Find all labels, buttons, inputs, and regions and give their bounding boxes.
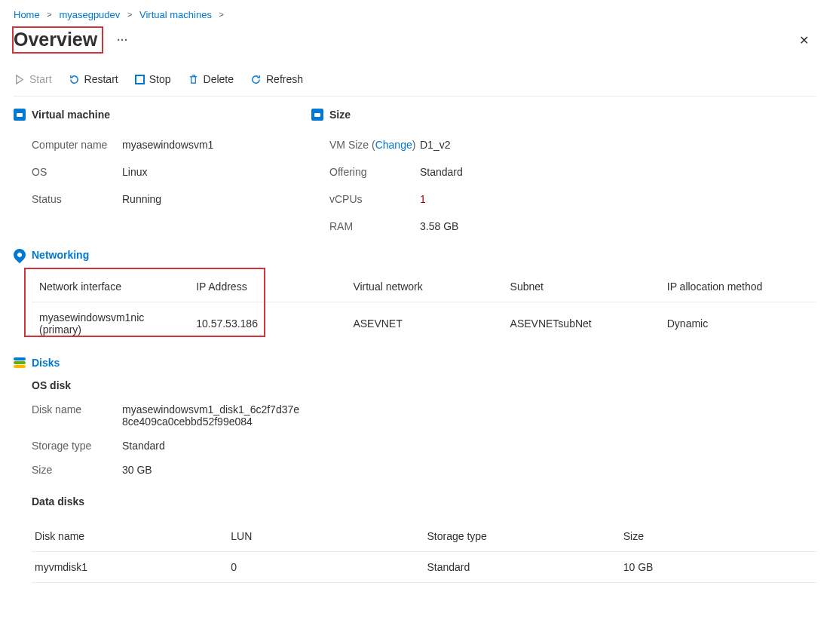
delete-button[interactable]: Delete: [188, 73, 234, 85]
refresh-icon: [250, 74, 262, 85]
page-title: Overview: [12, 26, 103, 54]
offering-value: Standard: [420, 166, 463, 178]
data-disk-size-value: 10 GB: [620, 552, 816, 583]
os-label: OS: [32, 166, 122, 178]
chevron-right-icon: >: [47, 10, 51, 19]
breadcrumb-vms[interactable]: Virtual machines: [139, 9, 212, 20]
data-disk-row[interactable]: myvmdisk1 0 Standard 10 GB: [32, 552, 816, 583]
networking-section: Network interface IP Address Virtual net…: [32, 271, 816, 345]
stop-label: Stop: [149, 73, 171, 85]
trash-icon: [188, 74, 199, 85]
vcpus-label: vCPUs: [329, 193, 420, 205]
virtual-machine-section: Virtual machine Computer name myasewindo…: [14, 109, 281, 240]
os-value: Linux: [122, 166, 147, 178]
disk-name-value: myasewindowsvm1_disk1_6c2f7d37e8ce409ca0…: [122, 403, 303, 428]
alloc-value: Dynamic: [660, 302, 816, 345]
data-disk-name-value: myvmdisk1: [32, 552, 228, 583]
chevron-right-icon: >: [127, 10, 132, 19]
storage-type-value: Standard: [122, 440, 165, 452]
networking-table: Network interface IP Address Virtual net…: [32, 271, 816, 345]
ram-row: RAM 3.58 GB: [311, 213, 579, 240]
breadcrumb: Home > myasegpudev > Virtual machines >: [14, 6, 816, 25]
ram-label: RAM: [329, 220, 420, 232]
page-header: Overview ··· ✕: [14, 26, 816, 54]
os-disk-header: OS disk: [32, 379, 816, 391]
status-row: Status Running: [14, 186, 281, 213]
play-icon: [14, 74, 25, 85]
networking-section-header[interactable]: Networking: [14, 249, 816, 261]
subnet-value: ASEVNETsubNet: [503, 302, 660, 345]
ip-value: 10.57.53.186: [188, 302, 345, 345]
computer-name-row: Computer name myasewindowsvm1: [14, 131, 281, 158]
vm-size-row: Virtual machine Computer name myasewindo…: [14, 109, 816, 240]
vm-section-title: Virtual machine: [32, 109, 110, 121]
computer-name-value: myasewindowsvm1: [122, 139, 213, 151]
restart-button[interactable]: Restart: [69, 73, 118, 85]
storage-type-row: Storage type Standard: [32, 434, 816, 458]
close-button[interactable]: ✕: [792, 29, 816, 52]
storage-type-label: Storage type: [32, 440, 122, 452]
vm-size-label-pre: VM Size (: [329, 139, 375, 151]
start-label: Start: [29, 73, 52, 85]
data-disk-name-header: Disk name: [32, 521, 228, 552]
refresh-label: Refresh: [266, 73, 303, 85]
nic-value: myasewindowsvm1nic (primary): [32, 302, 188, 345]
data-disk-storage-header: Storage type: [424, 521, 620, 552]
vm-section-header: Virtual machine: [14, 109, 281, 121]
disk-name-row: Disk name myasewindowsvm1_disk1_6c2f7d37…: [32, 397, 816, 434]
stop-button[interactable]: Stop: [135, 73, 171, 85]
disks-section: OS disk Disk name myasewindowsvm1_disk1_…: [32, 379, 816, 583]
networking-title: Networking: [32, 249, 89, 261]
data-disk-storage-value: Standard: [424, 552, 620, 583]
size-section-title: Size: [329, 109, 351, 121]
data-disk-lun-header: LUN: [228, 521, 424, 552]
data-disks-header-row: Disk name LUN Storage type Size: [32, 521, 816, 552]
size-row: Size 30 GB: [32, 458, 816, 482]
computer-name-label: Computer name: [32, 139, 122, 151]
disks-title: Disks: [32, 357, 60, 369]
restart-icon: [69, 74, 80, 85]
stop-icon: [135, 75, 145, 84]
os-row: OS Linux: [14, 158, 281, 186]
restart-label: Restart: [84, 73, 118, 85]
vm-size-value: D1_v2: [420, 139, 450, 151]
networking-header-row: Network interface IP Address Virtual net…: [32, 271, 816, 302]
size-icon: [311, 109, 323, 121]
disk-name-label: Disk name: [32, 403, 122, 428]
network-icon: [11, 247, 29, 264]
command-bar: Start Restart Stop Delete Refresh: [14, 67, 816, 97]
start-button[interactable]: Start: [14, 73, 52, 85]
data-disks-header: Data disks: [32, 495, 816, 508]
vm-size-row: VM Size (Change) D1_v2: [311, 131, 579, 158]
vm-size-label-close: ): [412, 139, 416, 151]
refresh-button[interactable]: Refresh: [250, 73, 303, 85]
disks-section-header[interactable]: Disks: [14, 357, 816, 369]
more-actions-button[interactable]: ···: [112, 31, 133, 49]
breadcrumb-home[interactable]: Home: [14, 9, 40, 20]
vm-size-label: VM Size (Change): [329, 139, 420, 151]
title-wrap: Overview ···: [14, 26, 133, 54]
status-value: Running: [122, 193, 161, 205]
vnet-value: ASEVNET: [345, 302, 502, 345]
networking-row[interactable]: myasewindowsvm1nic (primary) 10.57.53.18…: [32, 302, 816, 345]
size-section-header: Size: [311, 109, 579, 121]
change-vm-size-link[interactable]: Change: [375, 139, 412, 151]
ip-header: IP Address: [188, 271, 345, 302]
ram-value: 3.58 GB: [420, 220, 458, 232]
vcpus-value: 1: [420, 193, 426, 205]
disk-size-value: 30 GB: [122, 464, 152, 476]
status-label: Status: [32, 193, 122, 205]
breadcrumb-resource[interactable]: myasegpudev: [59, 9, 120, 20]
disks-icon: [14, 357, 26, 368]
alloc-header: IP allocation method: [660, 271, 816, 302]
offering-row: Offering Standard: [311, 158, 579, 186]
vnet-header: Virtual network: [345, 271, 502, 302]
offering-label: Offering: [329, 166, 420, 178]
data-disk-lun-value: 0: [228, 552, 424, 583]
data-disks-table: Disk name LUN Storage type Size myvmdisk…: [32, 521, 816, 583]
size-section: Size VM Size (Change) D1_v2 Offering Sta…: [311, 109, 579, 240]
nic-header: Network interface: [32, 271, 188, 302]
vcpus-row: vCPUs 1: [311, 186, 579, 213]
data-disk-size-header: Size: [620, 521, 816, 552]
delete-label: Delete: [204, 73, 234, 85]
